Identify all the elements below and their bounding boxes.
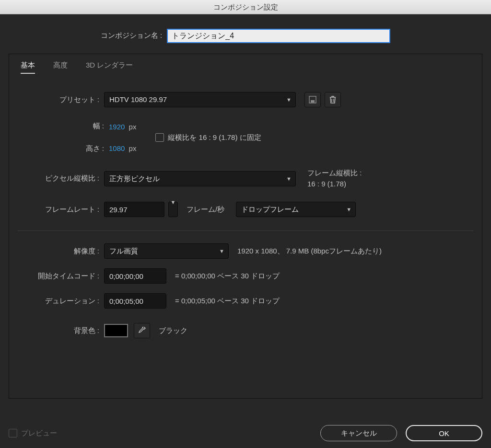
eyedropper-button[interactable]: [134, 323, 150, 338]
bgcolor-swatch[interactable]: [104, 324, 128, 337]
ok-button[interactable]: OK: [406, 425, 482, 441]
preview-label: プレビュー: [21, 429, 57, 438]
composition-name-input[interactable]: [167, 29, 390, 43]
save-icon: [309, 96, 316, 103]
start-timecode-label: 開始タイムコード :: [18, 272, 104, 281]
pixel-aspect-label: ピクセル縦横比 :: [18, 174, 104, 183]
dropframe-select[interactable]: ドロップフレーム ▼: [236, 202, 356, 217]
trash-icon: [329, 96, 336, 103]
tab-panel: 基本 高度 3D レンダラー プリセット : HDTV 1080 29.97 ▼: [9, 54, 482, 399]
resolution-label: 解像度 :: [18, 247, 104, 256]
bgcolor-label: 背景色 :: [18, 326, 104, 335]
delete-preset-button[interactable]: [325, 92, 341, 107]
framerate-label: フレームレート :: [18, 205, 104, 214]
tab-basic[interactable]: 基本: [21, 61, 35, 74]
frame-aspect-info: フレーム縦横比 : 16 : 9 (1.78): [307, 168, 362, 189]
dialog-titlebar: コンポジション設定: [0, 0, 491, 14]
framerate-stepper[interactable]: ▼: [168, 202, 178, 217]
chevron-down-icon: ▼: [286, 92, 292, 107]
preview-checkbox[interactable]: [9, 429, 17, 437]
chevron-down-icon: ▼: [346, 202, 351, 217]
tab-bar: 基本 高度 3D レンダラー: [18, 54, 473, 78]
resolution-value: フル画質: [109, 247, 138, 255]
pixel-aspect-value: 正方形ピクセル: [109, 174, 160, 183]
preset-value: HDTV 1080 29.97: [109, 95, 167, 103]
height-unit: px: [129, 144, 137, 152]
lock-aspect-checkbox[interactable]: [155, 133, 164, 142]
eyedropper-icon: [138, 327, 146, 334]
composition-name-row: コンポジション名 :: [9, 29, 482, 43]
chevron-down-icon: ▼: [219, 244, 224, 258]
duration-input[interactable]: [104, 293, 166, 309]
bgcolor-name: ブラック: [159, 326, 187, 335]
dropframe-value: ドロップフレーム: [241, 205, 299, 213]
lock-aspect-label: 縦横比を 16 : 9 (1.78) に固定: [168, 133, 261, 142]
height-label: 高さ :: [86, 144, 104, 153]
pixel-aspect-select[interactable]: 正方形ピクセル ▼: [104, 171, 296, 186]
start-timecode-info: = 0;00;00;00 ベース 30 ドロップ: [175, 272, 280, 281]
svg-rect-1: [311, 100, 315, 103]
width-value[interactable]: 1920: [109, 123, 125, 131]
tab-advanced[interactable]: 高度: [53, 61, 68, 74]
resolution-info: 1920 x 1080、 7.9 MB (8bpcフレームあたり): [237, 247, 382, 256]
chevron-down-icon: ▼: [169, 195, 177, 209]
composition-name-label: コンポジション名 :: [101, 31, 162, 39]
divider: [18, 230, 473, 231]
tab-3d-renderer[interactable]: 3D レンダラー: [86, 61, 133, 74]
framerate-input[interactable]: [104, 202, 164, 217]
save-preset-button[interactable]: [304, 92, 321, 107]
duration-info: = 0;00;05;00 ベース 30 ドロップ: [175, 297, 280, 306]
start-timecode-input[interactable]: [104, 268, 166, 284]
chevron-down-icon: ▼: [286, 172, 292, 186]
resolution-select[interactable]: フル画質 ▼: [104, 243, 229, 259]
preset-label: プリセット :: [18, 95, 104, 104]
dialog-footer: プレビュー キャンセル OK: [9, 425, 482, 441]
cancel-button[interactable]: キャンセル: [320, 425, 397, 441]
width-unit: px: [129, 123, 137, 131]
fps-label: フレーム/秒: [187, 205, 224, 214]
preset-select[interactable]: HDTV 1080 29.97 ▼: [104, 92, 296, 107]
width-label: 幅 :: [93, 122, 104, 131]
duration-label: デュレーション :: [18, 297, 104, 306]
height-value[interactable]: 1080: [109, 144, 125, 152]
